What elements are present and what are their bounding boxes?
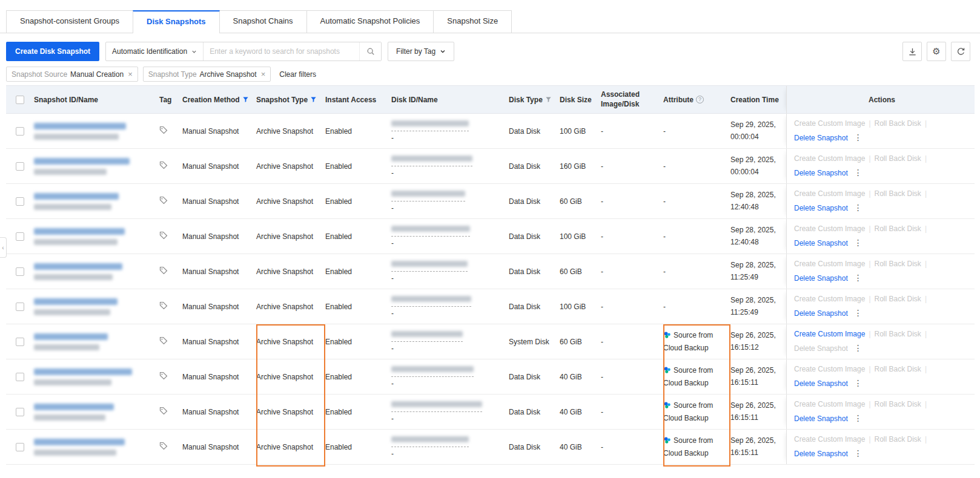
row-checkbox[interactable]	[16, 443, 24, 451]
create-custom-image-action[interactable]: Create Custom Image	[794, 260, 865, 268]
more-actions-icon[interactable]: ⋮	[854, 133, 862, 142]
create-disk-snapshot-button[interactable]: Create Disk Snapshot	[6, 42, 99, 61]
delete-snapshot-action[interactable]: Delete Snapshot	[794, 309, 848, 318]
tag-icon[interactable]	[159, 336, 168, 345]
snapshot-id-name[interactable]	[34, 193, 159, 210]
create-custom-image-action[interactable]: Create Custom Image	[794, 400, 865, 408]
more-actions-icon[interactable]: ⋮	[854, 308, 862, 318]
disk-id-name[interactable]: -	[391, 190, 509, 212]
disk-id-name[interactable]: -	[391, 260, 509, 283]
row-checkbox[interactable]	[16, 373, 24, 381]
row-checkbox[interactable]	[16, 408, 24, 416]
delete-snapshot-action[interactable]: Delete Snapshot	[794, 379, 848, 388]
filter-funnel-icon[interactable]	[310, 96, 317, 103]
more-actions-icon[interactable]: ⋮	[854, 238, 862, 247]
more-actions-icon[interactable]: ⋮	[854, 448, 862, 458]
tab-snapshot-consistent-groups[interactable]: Snapshot-consistent Groups	[6, 10, 133, 33]
tag-icon[interactable]	[159, 196, 168, 205]
roll-back-disk-action[interactable]: Roll Back Disk	[875, 154, 921, 163]
snapshot-id-name[interactable]	[34, 228, 159, 245]
delete-snapshot-action[interactable]: Delete Snapshot	[794, 344, 848, 353]
row-checkbox[interactable]	[16, 162, 24, 171]
roll-back-disk-action[interactable]: Roll Back Disk	[875, 260, 921, 268]
delete-snapshot-action[interactable]: Delete Snapshot	[794, 414, 848, 423]
tab-automatic-snapshot-policies[interactable]: Automatic Snapshot Policies	[306, 10, 434, 33]
help-icon[interactable]: ?	[696, 96, 704, 103]
disk-id-name[interactable]: -	[391, 401, 509, 423]
search-mode-dropdown[interactable]: Automatic Identification	[106, 42, 204, 61]
tag-icon[interactable]	[159, 231, 168, 240]
export-button[interactable]	[902, 42, 922, 61]
delete-snapshot-action[interactable]: Delete Snapshot	[794, 450, 848, 458]
disk-id-name[interactable]: -	[391, 155, 509, 177]
snapshot-id-name[interactable]	[34, 263, 159, 280]
tag-icon[interactable]	[159, 442, 168, 450]
chip-remove-icon[interactable]: ×	[261, 70, 266, 78]
disk-id-name[interactable]: -	[391, 120, 509, 142]
search-button[interactable]	[359, 42, 381, 61]
row-checkbox[interactable]	[16, 127, 24, 136]
more-actions-icon[interactable]: ⋮	[854, 343, 862, 353]
tag-cell[interactable]	[159, 126, 182, 136]
more-actions-icon[interactable]: ⋮	[854, 413, 862, 423]
disk-id-name[interactable]: -	[391, 225, 509, 247]
create-custom-image-action[interactable]: Create Custom Image	[794, 435, 865, 444]
disk-id-name[interactable]: -	[391, 365, 509, 388]
more-actions-icon[interactable]: ⋮	[854, 378, 862, 388]
tag-cell[interactable]	[159, 301, 182, 312]
disk-id-name[interactable]: -	[391, 295, 509, 318]
create-custom-image-action[interactable]: Create Custom Image	[794, 295, 865, 303]
tag-cell[interactable]	[159, 161, 182, 171]
row-checkbox[interactable]	[16, 267, 24, 276]
search-input[interactable]	[204, 47, 359, 56]
tag-icon[interactable]	[159, 407, 168, 415]
tag-cell[interactable]	[159, 407, 182, 417]
roll-back-disk-action[interactable]: Roll Back Disk	[875, 119, 921, 128]
roll-back-disk-action[interactable]: Roll Back Disk	[875, 224, 921, 233]
tab-disk-snapshots[interactable]: Disk Snapshots	[133, 10, 220, 33]
tag-cell[interactable]	[159, 336, 182, 347]
filter-by-tag-button[interactable]: Filter by Tag	[388, 42, 454, 61]
chip-remove-icon[interactable]: ×	[128, 70, 133, 78]
snapshot-id-name[interactable]	[34, 123, 159, 140]
tag-icon[interactable]	[159, 301, 168, 310]
tag-cell[interactable]	[159, 266, 182, 277]
row-checkbox[interactable]	[16, 232, 24, 241]
sidebar-collapse-handle[interactable]: ‹	[0, 237, 7, 258]
delete-snapshot-action[interactable]: Delete Snapshot	[794, 274, 848, 283]
roll-back-disk-action[interactable]: Roll Back Disk	[875, 295, 921, 303]
delete-snapshot-action[interactable]: Delete Snapshot	[794, 239, 848, 247]
create-custom-image-action[interactable]: Create Custom Image	[794, 189, 865, 198]
tag-icon[interactable]	[159, 161, 168, 169]
create-custom-image-action[interactable]: Create Custom Image	[794, 154, 865, 163]
snapshot-id-name[interactable]	[34, 404, 159, 421]
settings-button[interactable]: ⚙	[927, 42, 946, 61]
delete-snapshot-action[interactable]: Delete Snapshot	[794, 169, 848, 177]
filter-funnel-icon[interactable]	[242, 96, 249, 103]
tag-icon[interactable]	[159, 266, 168, 275]
roll-back-disk-action[interactable]: Roll Back Disk	[875, 330, 921, 338]
tag-cell[interactable]	[159, 231, 182, 241]
filter-funnel-icon[interactable]	[545, 96, 552, 103]
delete-snapshot-action[interactable]: Delete Snapshot	[794, 134, 848, 142]
create-custom-image-action[interactable]: Create Custom Image	[794, 330, 865, 338]
more-actions-icon[interactable]: ⋮	[854, 168, 862, 177]
row-checkbox[interactable]	[16, 303, 24, 311]
clear-filters-link[interactable]: Clear filters	[279, 70, 316, 79]
select-all-checkbox[interactable]	[16, 96, 24, 104]
snapshot-id-name[interactable]	[34, 368, 159, 385]
snapshot-id-name[interactable]	[34, 333, 159, 350]
disk-id-name[interactable]: -	[391, 330, 509, 353]
tag-cell[interactable]	[159, 372, 182, 382]
roll-back-disk-action[interactable]: Roll Back Disk	[875, 435, 921, 444]
tag-cell[interactable]	[159, 196, 182, 206]
snapshot-id-name[interactable]	[34, 158, 159, 175]
roll-back-disk-action[interactable]: Roll Back Disk	[875, 400, 921, 408]
create-custom-image-action[interactable]: Create Custom Image	[794, 119, 865, 128]
roll-back-disk-action[interactable]: Roll Back Disk	[875, 189, 921, 198]
tab-snapshot-size[interactable]: Snapshot Size	[433, 10, 512, 33]
disk-id-name[interactable]: -	[391, 436, 509, 458]
row-checkbox[interactable]	[16, 197, 24, 206]
more-actions-icon[interactable]: ⋮	[854, 203, 862, 212]
roll-back-disk-action[interactable]: Roll Back Disk	[875, 365, 921, 373]
